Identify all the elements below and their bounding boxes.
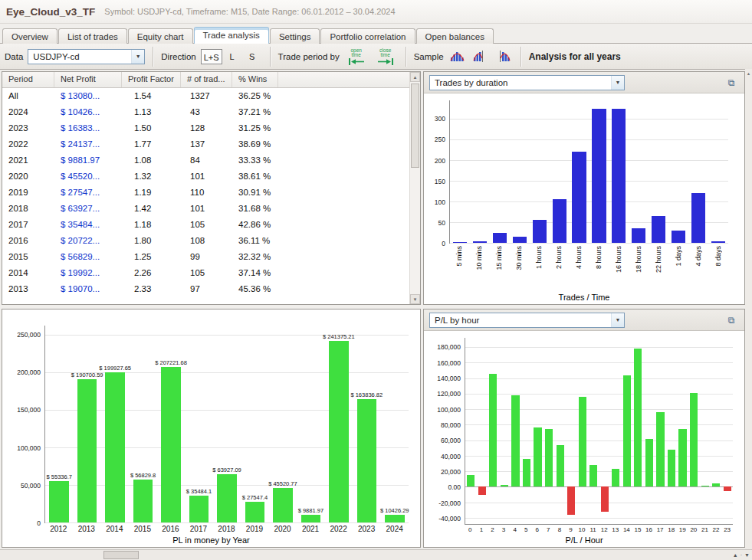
- tab-trade-analysis[interactable]: Trade analysis: [194, 27, 269, 44]
- duration-chart-select[interactable]: Trades by duration ▼: [429, 75, 625, 90]
- sample-label: Sample: [414, 52, 444, 61]
- duration-chart-select-value: Trades by duration: [435, 78, 507, 87]
- x-tick-label: 9: [565, 525, 576, 533]
- window-vertical-scrollbar[interactable]: ▲: [745, 69, 752, 549]
- tab-settings[interactable]: Settings: [270, 28, 320, 44]
- tab-open-balances[interactable]: Open balances: [416, 28, 494, 44]
- table-row[interactable]: 2018$ 63927...1.4210131.68 %: [2, 201, 420, 217]
- table-row[interactable]: 2014$ 19992...2.2610537.14 %: [2, 265, 420, 281]
- scrollbar-track[interactable]: [410, 82, 420, 294]
- gridline: [450, 181, 728, 182]
- scroll-up-icon[interactable]: ▲: [733, 552, 738, 558]
- gridline: [465, 503, 733, 503]
- table-row[interactable]: 2017$ 35484...1.1810542.86 %: [2, 217, 420, 233]
- y-tick-label: 100,000: [17, 444, 41, 452]
- chart-bar: [534, 427, 541, 486]
- chart-bar: [724, 486, 731, 491]
- gridline: [45, 522, 409, 523]
- table-cell: 33.33 %: [232, 152, 278, 169]
- chart-bar: [701, 486, 709, 487]
- tab-equity-chart[interactable]: Equity chart: [128, 28, 193, 44]
- table-cell: 32.32 %: [232, 249, 278, 265]
- chart-bar: [133, 480, 153, 522]
- table-row[interactable]: 2015$ 56829...1.259932.32 %: [2, 249, 420, 265]
- scroll-up-icon[interactable]: ▲: [745, 69, 752, 76]
- table-header-row: PeriodNet ProfitProfit Factor# of trad..…: [2, 72, 420, 88]
- table-vertical-scrollbar[interactable]: ▲ ▼: [409, 72, 420, 304]
- scrollbar-thumb[interactable]: [103, 551, 139, 559]
- table-cell: $ 35484...: [54, 217, 122, 233]
- table-cell: $ 56829...: [54, 249, 122, 265]
- gridline: [450, 222, 728, 223]
- column-header[interactable]: # of trad...: [181, 72, 232, 87]
- chart-bar: [357, 399, 377, 522]
- bar-value-label: $ 241375.21: [323, 333, 355, 340]
- direction-group: L+SLS: [201, 49, 262, 64]
- table-row[interactable]: 2024$ 10426...1.134337.21 %: [2, 104, 420, 120]
- direction-option-s[interactable]: S: [242, 49, 262, 64]
- x-tick-label: 2012: [44, 523, 73, 533]
- column-header[interactable]: Profit Factor: [122, 72, 181, 87]
- table-row[interactable]: 2023$ 16383...1.5012831.25 %: [2, 120, 420, 136]
- chart-bar: [245, 502, 265, 522]
- app-subtitle: Symbol: USDJPY-cd, Timeframe: M15, Date …: [104, 7, 395, 16]
- bar-value-label: $ 190700.59: [71, 372, 103, 378]
- tab-list-of-trades[interactable]: List of trades: [58, 28, 127, 44]
- open-time-button[interactable]: open time: [344, 46, 369, 67]
- x-tick-label: 18 hours: [629, 244, 649, 290]
- popout-chart-icon[interactable]: ⧉: [724, 313, 739, 326]
- chart-bar: [385, 515, 405, 522]
- sample-all-chart-icon[interactable]: [448, 48, 467, 65]
- toolbar: Data USDJPY-cd ▼ Direction L+SLS Trade p…: [0, 44, 752, 70]
- sample-in-sample-chart-icon[interactable]: [471, 48, 490, 65]
- title-bar: Eye_Cloud_v3_TF Symbol: USDJPY-cd, Timef…: [0, 0, 752, 24]
- window-horizontal-scrollbar[interactable]: ▲ · ▼: [0, 549, 752, 560]
- hour-chart-select[interactable]: P/L by hour ▼: [429, 313, 625, 328]
- x-axis-labels: 5 mins10 mins15 mins30 mins1 hours2 hour…: [449, 244, 728, 290]
- chart-bar: [533, 220, 547, 243]
- table-row[interactable]: 2021$ 9881.971.088433.33 %: [2, 152, 420, 169]
- y-tick-label: 100: [435, 198, 445, 206]
- table-cell: 1.25: [122, 249, 181, 265]
- table-row[interactable]: 2020$ 45520...1.3210138.61 %: [2, 169, 420, 185]
- table-row[interactable]: 2013$ 19070...2.339745.36 %: [2, 281, 420, 297]
- table-cell: 137: [181, 136, 232, 152]
- sample-out-of-sample-chart-icon[interactable]: [494, 48, 513, 65]
- gridline: [450, 139, 728, 140]
- table-row[interactable]: 2019$ 27547...1.1911030.91 %: [2, 185, 420, 201]
- chart-bar: [478, 486, 486, 494]
- table-row[interactable]: All$ 13080...1.54132736.25 %: [2, 88, 420, 104]
- table-cell: 1.77: [122, 136, 181, 152]
- tab-overview[interactable]: Overview: [2, 28, 57, 44]
- scroll-down-icon[interactable]: ▼: [410, 294, 420, 304]
- chart-bar: [467, 475, 475, 486]
- column-header[interactable]: Period: [2, 72, 54, 87]
- trade-period-label: Trade period by: [278, 52, 340, 61]
- chart-bar: [656, 412, 664, 486]
- panel-header: Trades by duration ▼ ⧉: [424, 72, 744, 93]
- close-time-button[interactable]: close time: [373, 46, 398, 67]
- table-cell: 101: [181, 169, 232, 185]
- table-cell: 2023: [2, 120, 54, 136]
- table-row[interactable]: 2022$ 24137...1.7713738.69 %: [2, 136, 420, 152]
- x-tick-label: 10: [576, 525, 588, 533]
- table-cell: $ 19992...: [54, 265, 122, 281]
- table-row[interactable]: 2016$ 20722...1.8010836.11 %: [2, 233, 420, 249]
- chart-bar: [672, 231, 685, 243]
- scroll-button-group: ▲ · ▼: [733, 550, 750, 560]
- chart-bar: [668, 450, 675, 487]
- scroll-down-icon[interactable]: ▼: [744, 552, 750, 558]
- y-tick-label: -20,000: [438, 499, 461, 507]
- y-tick-label: 300: [435, 115, 445, 123]
- tab-portfolio-correlation[interactable]: Portfolio correlation: [320, 28, 415, 44]
- popout-chart-icon[interactable]: ⧉: [724, 76, 739, 89]
- table-cell: 38.61 %: [232, 169, 278, 185]
- direction-option-l[interactable]: L: [222, 49, 242, 64]
- scrollbar-thumb[interactable]: [411, 84, 419, 168]
- direction-option-lpluss[interactable]: L+S: [201, 49, 222, 64]
- table-cell: 37.21 %: [232, 104, 278, 120]
- scroll-up-icon[interactable]: ▲: [410, 72, 420, 82]
- data-symbol-select[interactable]: USDJPY-cd ▼: [28, 49, 145, 64]
- column-header[interactable]: % Wins: [232, 72, 278, 87]
- column-header[interactable]: Net Profit: [54, 72, 122, 87]
